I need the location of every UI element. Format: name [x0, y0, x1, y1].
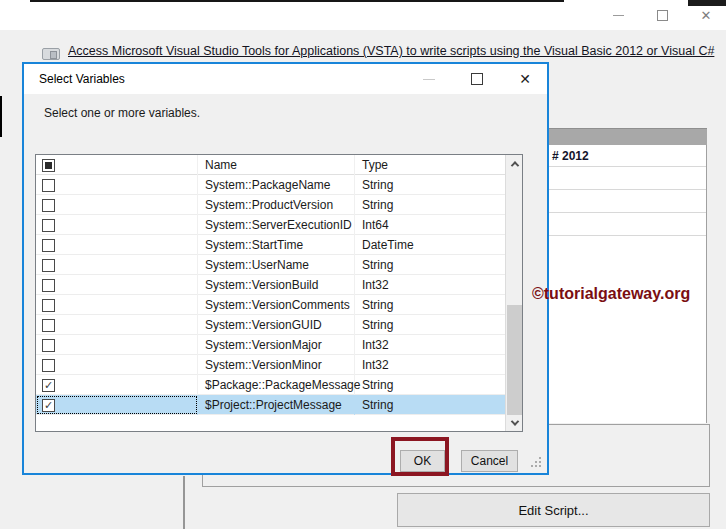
row-checkbox[interactable]	[42, 179, 55, 192]
row-checkbox[interactable]	[42, 319, 55, 332]
dialog-maximize-button[interactable]	[467, 69, 487, 89]
variable-type: String	[355, 195, 505, 215]
row-checkbox[interactable]	[42, 279, 55, 292]
resize-grip[interactable]	[539, 465, 541, 467]
scroll-down-button[interactable]	[506, 414, 523, 431]
list-header-row: Name Type	[36, 155, 505, 175]
ok-button[interactable]: OK	[400, 450, 445, 472]
edit-script-button[interactable]: Edit Script...	[397, 493, 710, 527]
row-checkbox[interactable]	[42, 359, 55, 372]
maximize-icon	[657, 10, 668, 21]
row-checkbox-cell	[36, 195, 198, 215]
variable-name: System::PackageName	[198, 175, 355, 195]
row-checkbox[interactable]	[42, 399, 55, 412]
row-checkbox-cell	[36, 175, 198, 195]
variables-list: Name Type System::PackageName String Sys…	[35, 154, 523, 432]
close-icon: ✕	[519, 72, 531, 86]
dialog-window-controls: ✕	[419, 64, 535, 94]
dialog-close-button[interactable]: ✕	[515, 69, 535, 89]
select-all-cell	[36, 155, 198, 175]
select-variables-dialog: Select Variables ✕ Select one or more va…	[22, 62, 549, 475]
column-header-type[interactable]: Type	[355, 155, 505, 175]
variable-type: Int32	[355, 275, 505, 295]
minimize-icon	[613, 15, 624, 16]
variable-type: String	[355, 375, 505, 395]
variable-name: System::UserName	[198, 255, 355, 275]
screen-edge-artifact	[0, 96, 2, 137]
row-checkbox[interactable]	[42, 239, 55, 252]
variable-name: System::ProductVersion	[198, 195, 355, 215]
panel-divider-line	[183, 476, 185, 529]
table-row[interactable]: System::VersionMinor Int32	[36, 355, 505, 375]
vertical-scrollbar[interactable]	[505, 155, 522, 431]
table-row[interactable]: $Package::PackageMessage String	[36, 375, 505, 395]
scroll-up-button[interactable]	[506, 155, 523, 172]
chevron-down-icon	[510, 417, 518, 425]
row-checkbox[interactable]	[42, 219, 55, 232]
row-checkbox-cell	[36, 335, 198, 355]
minimize-icon	[423, 79, 435, 80]
table-row[interactable]: $Project::ProjectMessage String	[36, 395, 505, 415]
table-row[interactable]: System::VersionComments String	[36, 295, 505, 315]
table-row[interactable]: System::StartTime DateTime	[36, 235, 505, 255]
variable-type: String	[355, 175, 505, 195]
table-row[interactable]: System::VersionMajor Int32	[36, 335, 505, 355]
variable-name: System::VersionMinor	[198, 355, 355, 375]
row-checkbox[interactable]	[42, 199, 55, 212]
variable-type: Int64	[355, 215, 505, 235]
variable-name: System::VersionBuild	[198, 275, 355, 295]
close-button[interactable]: ✕	[696, 5, 716, 25]
row-checkbox[interactable]	[42, 259, 55, 272]
row-checkbox-cell	[36, 295, 198, 315]
select-all-checkbox[interactable]	[42, 159, 55, 172]
variable-name: System::StartTime	[198, 235, 355, 255]
table-row[interactable]: System::UserName String	[36, 255, 505, 275]
row-checkbox[interactable]	[42, 379, 55, 392]
table-row[interactable]: System::ServerExecutionID Int64	[36, 215, 505, 235]
maximize-icon	[471, 73, 483, 85]
maximize-button[interactable]	[652, 5, 672, 25]
variable-type: Int32	[355, 355, 505, 375]
row-checkbox-cell	[36, 395, 198, 415]
variable-name: System::VersionComments	[198, 295, 355, 315]
dialog-minimize-button[interactable]	[419, 69, 439, 89]
table-row[interactable]: System::VersionGUID String	[36, 315, 505, 335]
variable-type: String	[355, 295, 505, 315]
variable-name: $Package::PackageMessage	[198, 375, 355, 395]
row-checkbox-cell	[36, 215, 198, 235]
chevron-up-icon	[510, 161, 518, 169]
screen-edge-artifact	[688, 0, 726, 6]
variable-name: System::VersionMajor	[198, 335, 355, 355]
variable-name: System::VersionGUID	[198, 315, 355, 335]
dialog-titlebar[interactable]: Select Variables ✕	[24, 64, 547, 94]
row-checkbox-cell	[36, 355, 198, 375]
vsta-description-text: Access Microsoft Visual Studio Tools for…	[68, 44, 718, 58]
row-checkbox-cell	[36, 375, 198, 395]
table-row[interactable]: System::ProductVersion String	[36, 195, 505, 215]
variables-list-body: Name Type System::PackageName String Sys…	[36, 155, 505, 431]
variable-type: String	[355, 315, 505, 335]
row-checkbox[interactable]	[42, 339, 55, 352]
variable-name: System::ServerExecutionID	[198, 215, 355, 235]
column-header-name[interactable]: Name	[198, 155, 355, 175]
variable-name: $Project::ProjectMessage	[198, 395, 355, 415]
screen-edge-artifact	[30, 0, 564, 2]
script-task-small-icon	[42, 48, 60, 60]
table-row[interactable]: System::PackageName String	[36, 175, 505, 195]
scrollbar-thumb[interactable]	[507, 305, 522, 415]
variable-type: DateTime	[355, 235, 505, 255]
script-language-value: # 2012	[552, 149, 589, 163]
row-checkbox-cell	[36, 275, 198, 295]
watermark-text: ©tutorialgateway.org	[532, 285, 690, 303]
cancel-button[interactable]: Cancel	[461, 450, 518, 472]
minimize-button[interactable]	[608, 5, 628, 25]
close-icon: ✕	[701, 9, 712, 22]
table-row[interactable]: System::VersionBuild Int32	[36, 275, 505, 295]
row-checkbox[interactable]	[42, 299, 55, 312]
variable-type: Int32	[355, 335, 505, 355]
row-checkbox-cell	[36, 235, 198, 255]
row-checkbox-cell	[36, 255, 198, 275]
row-checkbox-cell	[36, 315, 198, 335]
variable-type: String	[355, 255, 505, 275]
variable-type: String	[355, 395, 505, 415]
